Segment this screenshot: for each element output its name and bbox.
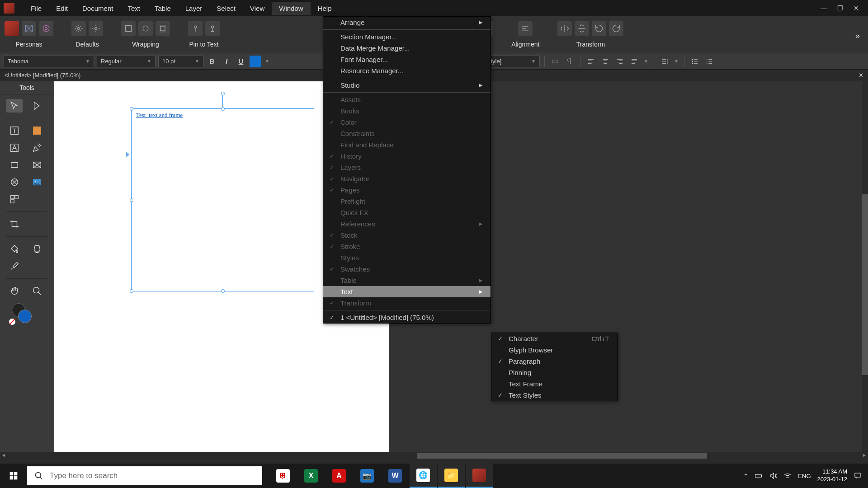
tray-chevron-icon[interactable]: ⌃ bbox=[743, 473, 748, 479]
asset-tool[interactable] bbox=[6, 192, 23, 206]
submenu-item-text-frame[interactable]: Text Frame bbox=[491, 378, 617, 389]
menu-item-pages[interactable]: ✓Pages bbox=[323, 184, 491, 196]
persona-photo-icon[interactable] bbox=[39, 21, 53, 36]
ribbon-expand-icon[interactable]: » bbox=[852, 28, 863, 44]
resize-handle[interactable] bbox=[221, 107, 225, 111]
defaults-sync-icon[interactable] bbox=[71, 21, 86, 36]
tray-language[interactable]: ENG bbox=[798, 473, 811, 479]
submenu-item-glyph-browser[interactable]: Glyph Browser bbox=[491, 344, 617, 356]
battery-icon[interactable] bbox=[755, 472, 763, 480]
close-button[interactable]: ✕ bbox=[852, 4, 861, 13]
frame-text-content[interactable]: Test_text and frame bbox=[132, 109, 314, 122]
menu-item-layers[interactable]: ✓Layers bbox=[323, 162, 491, 173]
menu-item-styles[interactable]: Styles bbox=[323, 252, 491, 263]
tray-clock[interactable]: 11:34 AM 2023-01-12 bbox=[817, 468, 848, 483]
document-tab-close-icon[interactable]: ✕ bbox=[859, 72, 863, 79]
text-flow-in-icon[interactable] bbox=[126, 152, 130, 157]
wrap-jump-icon[interactable] bbox=[138, 21, 153, 36]
menu-item-quick-fx[interactable]: Quick FX bbox=[323, 207, 491, 218]
pen-tool[interactable] bbox=[29, 141, 45, 155]
minimize-button[interactable]: — bbox=[819, 4, 828, 13]
menu-file[interactable]: File bbox=[24, 2, 49, 15]
menu-select[interactable]: Select bbox=[209, 2, 243, 15]
menu-item-arrange[interactable]: Arrange▶ bbox=[323, 17, 491, 28]
align-left-icon[interactable] bbox=[585, 56, 597, 67]
taskbar-excel[interactable]: X bbox=[297, 464, 325, 488]
menu-item-table[interactable]: Table▶ bbox=[323, 275, 491, 286]
menu-item-find-and-replace[interactable]: Find and Replace bbox=[323, 139, 491, 150]
volume-icon[interactable] bbox=[769, 472, 777, 480]
menu-item-stock[interactable]: ✓Stock bbox=[323, 230, 491, 241]
flip-h-icon[interactable] bbox=[557, 21, 572, 36]
menu-document[interactable]: Document bbox=[75, 2, 120, 15]
maximize-button[interactable]: ❐ bbox=[835, 4, 844, 13]
font-family-dropdown[interactable]: Tahoma▼ bbox=[4, 56, 94, 67]
resize-handle[interactable] bbox=[221, 289, 225, 293]
taskbar-camera[interactable]: 📷 bbox=[354, 464, 381, 488]
rotate-ccw-icon[interactable] bbox=[592, 21, 606, 36]
submenu-item-character[interactable]: ✓CharacterCtrl+T bbox=[491, 333, 617, 344]
rotation-handle[interactable] bbox=[221, 92, 225, 95]
menu-item-navigator[interactable]: ✓Navigator bbox=[323, 173, 491, 184]
menu-text[interactable]: Text bbox=[120, 2, 147, 15]
menu-help[interactable]: Help bbox=[311, 2, 339, 15]
resize-handle[interactable] bbox=[130, 107, 133, 111]
menu-item-studio[interactable]: Studio▶ bbox=[323, 80, 491, 91]
menu-item-text[interactable]: Text▶ bbox=[323, 286, 491, 297]
menu-item-1-untitled-modified-75-0-[interactable]: ✓1 <Untitled> [Modified] (75.0%) bbox=[323, 312, 491, 323]
notifications-icon[interactable] bbox=[854, 472, 862, 480]
bold-button[interactable]: B bbox=[206, 56, 218, 67]
text-color-swatch[interactable] bbox=[250, 56, 261, 67]
persona-publisher-icon[interactable] bbox=[5, 21, 19, 36]
start-button[interactable] bbox=[0, 464, 27, 488]
fill-tool[interactable] bbox=[6, 242, 23, 256]
menu-item-transform[interactable]: ✓Transform bbox=[323, 297, 491, 309]
color-picker-tool[interactable] bbox=[6, 259, 23, 273]
submenu-item-pinning[interactable]: Pinning bbox=[491, 367, 617, 378]
number-list-icon[interactable] bbox=[703, 56, 715, 67]
artistic-text-tool[interactable] bbox=[6, 141, 23, 155]
wifi-icon[interactable] bbox=[783, 472, 792, 480]
menu-window[interactable]: Window bbox=[272, 2, 310, 15]
menu-item-section-manager-[interactable]: Section Manager... bbox=[323, 31, 491, 42]
horizontal-scrollbar[interactable]: ◄ ► bbox=[0, 452, 868, 460]
menu-item-references[interactable]: References▶ bbox=[323, 218, 491, 230]
underline-button[interactable]: U bbox=[235, 56, 247, 67]
submenu-item-paragraph[interactable]: ✓Paragraph bbox=[491, 356, 617, 367]
font-size-dropdown[interactable]: 10 pt▼ bbox=[158, 56, 203, 67]
menu-item-resource-manager-[interactable]: Resource Manager... bbox=[323, 65, 491, 76]
menu-layer[interactable]: Layer bbox=[178, 2, 210, 15]
leading-options[interactable]: ▼ bbox=[673, 56, 679, 67]
vertical-scrollbar[interactable] bbox=[862, 81, 868, 452]
taskbar-search[interactable]: Type here to search bbox=[27, 466, 262, 485]
taskbar-word[interactable]: W bbox=[382, 464, 409, 488]
align-justify-icon[interactable] bbox=[628, 56, 640, 67]
move-tool[interactable] bbox=[6, 99, 23, 113]
resize-handle[interactable] bbox=[130, 289, 133, 293]
taskbar-mcafee[interactable]: ⛨ bbox=[269, 464, 297, 488]
taskbar-explorer[interactable]: 📁 bbox=[438, 464, 465, 488]
menu-item-font-manager-[interactable]: Font Manager... bbox=[323, 54, 491, 65]
fill-stroke-swatch[interactable] bbox=[6, 303, 47, 326]
defaults-revert-icon[interactable] bbox=[89, 21, 103, 36]
scroll-right-icon[interactable]: ► bbox=[861, 452, 868, 460]
table-tool[interactable] bbox=[29, 124, 45, 137]
resize-handle[interactable] bbox=[130, 198, 133, 202]
menu-item-assets[interactable]: Assets bbox=[323, 94, 491, 105]
vector-crop-tool[interactable] bbox=[6, 217, 23, 231]
menu-item-constraints[interactable]: Constraints bbox=[323, 128, 491, 139]
font-weight-dropdown[interactable]: Regular▼ bbox=[97, 56, 156, 67]
menu-item-preflight[interactable]: Preflight bbox=[323, 196, 491, 207]
menu-item-history[interactable]: ✓History bbox=[323, 150, 491, 162]
transparency-tool[interactable] bbox=[29, 242, 45, 256]
menu-item-stroke[interactable]: ✓Stroke bbox=[323, 241, 491, 252]
menu-item-color[interactable]: ✓Color bbox=[323, 117, 491, 128]
align-options[interactable]: ▼ bbox=[643, 56, 649, 67]
text-color-options[interactable]: ▼ bbox=[264, 56, 270, 67]
wrap-square-icon[interactable] bbox=[156, 21, 170, 36]
submenu-item-text-styles[interactable]: ✓Text Styles bbox=[491, 389, 617, 401]
frame-text-tool[interactable] bbox=[6, 124, 23, 137]
rectangle-tool[interactable] bbox=[6, 158, 23, 172]
menu-edit[interactable]: Edit bbox=[49, 2, 75, 15]
scroll-left-icon[interactable]: ◄ bbox=[0, 452, 7, 460]
